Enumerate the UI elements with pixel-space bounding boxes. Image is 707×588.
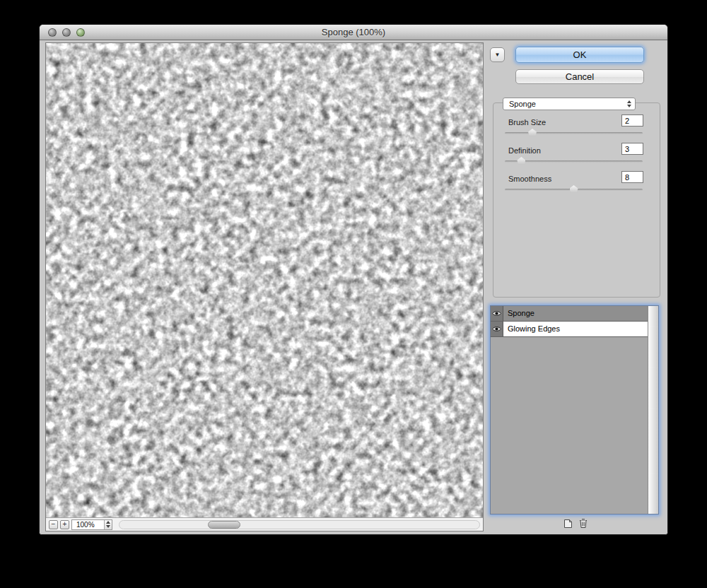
effect-layers-panel: Sponge Glowing Edges <box>490 305 659 514</box>
layer-row-sponge[interactable]: Sponge <box>491 306 648 322</box>
zoom-stepper-icon[interactable] <box>104 520 112 529</box>
filter-preview[interactable] <box>46 43 483 517</box>
smoothness-label: Smoothness <box>508 175 551 183</box>
zoom-bar: − + 100% <box>46 517 483 531</box>
stepper-up-icon <box>627 100 631 103</box>
vertical-scrollbar[interactable] <box>648 306 658 514</box>
filter-popup[interactable]: Sponge <box>503 98 636 110</box>
eye-icon <box>492 310 501 317</box>
ok-button[interactable]: OK <box>515 47 644 63</box>
new-effect-layer-button[interactable] <box>561 517 574 529</box>
definition-slider[interactable] <box>505 160 643 163</box>
window-title: Sponge (100%) <box>40 25 667 40</box>
layer-name: Glowing Edges <box>503 322 648 336</box>
brush-size-value[interactable]: 2 <box>621 114 643 127</box>
chevron-down-icon: ▼ <box>495 52 501 58</box>
delete-effect-layer-button[interactable] <box>577 517 590 529</box>
slider-row-definition: Definition 3 <box>493 142 660 170</box>
filter-gallery-window: Sponge (100%) <box>39 24 668 535</box>
sponge-texture <box>46 43 483 517</box>
layer-row-glowing-edges[interactable]: Glowing Edges <box>491 322 648 337</box>
slider-thumb[interactable] <box>528 129 537 136</box>
disclosure-button[interactable]: ▼ <box>490 47 505 62</box>
close-button[interactable] <box>48 28 57 37</box>
slider-thumb[interactable] <box>570 185 578 193</box>
preview-panel: − + 100% <box>45 42 484 531</box>
smoothness-slider[interactable] <box>505 189 643 191</box>
minimize-button[interactable] <box>62 28 71 37</box>
stepper-up-icon <box>106 521 110 524</box>
horizontal-scrollbar-thumb[interactable] <box>208 521 240 529</box>
zoom-button[interactable] <box>76 28 85 37</box>
slider-row-brush-size: Brush Size 2 <box>493 114 660 142</box>
definition-label: Definition <box>508 146 541 155</box>
stepper-down-icon <box>627 105 631 107</box>
zoom-in-button[interactable]: + <box>60 520 69 529</box>
brush-size-label: Brush Size <box>508 118 546 127</box>
brush-size-slider[interactable] <box>505 132 643 134</box>
definition-value[interactable]: 3 <box>621 143 643 155</box>
visibility-toggle[interactable] <box>491 322 503 336</box>
trash-icon <box>578 518 588 529</box>
title-bar[interactable]: Sponge (100%) <box>40 25 667 40</box>
cancel-button[interactable]: Cancel <box>515 69 644 84</box>
horizontal-scrollbar[interactable] <box>119 520 480 529</box>
layer-name: Sponge <box>503 306 648 321</box>
visibility-toggle[interactable] <box>491 306 503 321</box>
popup-stepper-icon <box>625 100 635 107</box>
stepper-down-icon <box>106 525 110 528</box>
new-layer-icon <box>563 519 573 529</box>
eye-icon <box>492 326 501 332</box>
slider-row-smoothness: Smoothness 8 <box>493 170 660 199</box>
smoothness-value[interactable]: 8 <box>621 171 643 183</box>
zoom-out-button[interactable]: − <box>49 520 58 529</box>
zoom-level-select[interactable]: 100% <box>71 519 112 530</box>
filter-popup-value: Sponge <box>503 100 625 108</box>
slider-thumb[interactable] <box>517 157 525 165</box>
zoom-level-value: 100% <box>72 521 104 529</box>
